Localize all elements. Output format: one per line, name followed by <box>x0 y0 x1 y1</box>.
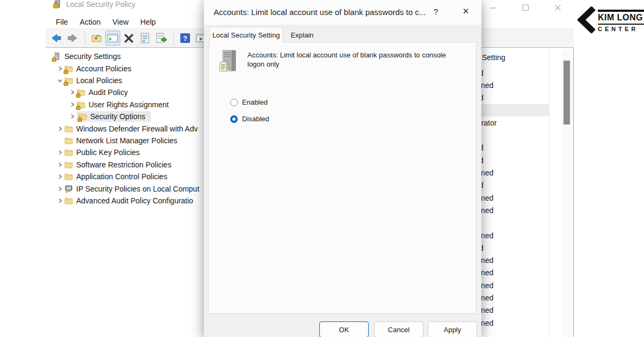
result-row[interactable]: trator <box>475 116 574 129</box>
menu-action[interactable]: Action <box>74 17 107 27</box>
ok-button[interactable]: OK <box>319 321 369 337</box>
window-right-border <box>573 48 574 337</box>
tree-item-label: Application Control Policies <box>76 172 167 181</box>
chevron-right-icon[interactable] <box>55 197 64 204</box>
option-row-disabled[interactable]: Disabled <box>230 115 269 123</box>
tree-item-account-policies[interactable]: Account Policies <box>46 62 204 74</box>
result-row[interactable]: d <box>475 241 574 254</box>
forward-icon[interactable] <box>65 31 80 46</box>
show-hide-console-tree-icon[interactable] <box>105 31 120 46</box>
result-row[interactable] <box>475 217 574 229</box>
tree-item-label: Network List Manager Policies <box>76 136 177 145</box>
tab-local-security-setting[interactable]: Local Security Setting <box>209 27 283 42</box>
tree-item-public-key-policies[interactable]: Public Key Policies <box>46 146 204 158</box>
tab-explain[interactable]: Explain <box>286 28 319 42</box>
dialog-close-button[interactable]: ✕ <box>458 6 473 19</box>
properties-icon[interactable] <box>137 31 152 46</box>
result-row[interactable]: d <box>475 142 574 154</box>
result-row[interactable]: ined <box>475 166 574 179</box>
radio-label: Disabled <box>242 115 269 123</box>
export-list-icon[interactable] <box>153 31 169 46</box>
result-row[interactable]: ined <box>475 279 574 291</box>
result-row[interactable]: ined <box>475 229 574 241</box>
tree-item-software-restriction-policies[interactable]: Software Restriction Policies <box>46 159 204 171</box>
result-row[interactable]: d <box>475 179 574 192</box>
chevron-right-icon[interactable] <box>55 149 64 156</box>
logo-chevron-icon <box>577 6 596 35</box>
tree-item-advanced-audit-policy-configuratio[interactable]: Advanced Audit Policy Configuratio <box>46 195 204 207</box>
result-setting-text: trator <box>479 119 497 127</box>
tree-item-windows-defender-firewall-with-adv[interactable]: Windows Defender Firewall with Adv <box>46 122 204 134</box>
back-icon[interactable] <box>49 31 64 46</box>
results-list: dineddtratorddineddinedinedineddinedined… <box>475 67 574 329</box>
chevron-right-icon[interactable] <box>55 185 64 193</box>
dialog-title: Accounts: Limit local account use of bla… <box>214 8 426 17</box>
up-one-level-icon[interactable] <box>89 31 104 46</box>
apply-button[interactable]: Apply <box>428 321 477 337</box>
menu-help[interactable]: Help <box>135 17 162 27</box>
result-row[interactable]: ined <box>475 254 574 266</box>
svg-text:?: ? <box>183 34 187 42</box>
tree-item-application-control-policies[interactable]: Application Control Policies <box>46 171 204 182</box>
tree-item-label: Windows Defender Firewall with Adv <box>76 124 197 133</box>
menu-file[interactable]: File <box>50 17 74 27</box>
result-row[interactable]: ined <box>475 79 574 91</box>
tree-item-security-options[interactable]: Security Options <box>46 111 204 122</box>
menu-view[interactable]: View <box>106 17 134 27</box>
result-row[interactable] <box>475 129 574 141</box>
result-row[interactable]: d <box>475 67 574 79</box>
tree-item-label: Advanced Audit Policy Configuratio <box>76 196 193 205</box>
scrollbar-thumb[interactable] <box>564 61 570 124</box>
folder-icon <box>64 160 73 169</box>
server-lock-icon <box>53 52 61 61</box>
tree-item-ip-security-policies-on-local-comput[interactable]: IP Security Policies on Local Comput <box>46 182 204 194</box>
maximize-button[interactable] <box>518 2 533 13</box>
tree-item-label: IP Security Policies on Local Comput <box>76 185 199 193</box>
policy-properties-dialog: Accounts: Limit local account use of bla… <box>204 0 481 337</box>
minimize-button[interactable] <box>486 2 501 13</box>
chevron-right-icon[interactable] <box>55 161 64 169</box>
delete-icon[interactable] <box>121 31 136 46</box>
radio-disabled[interactable] <box>230 115 238 123</box>
result-row-selected[interactable] <box>475 104 549 116</box>
tree-item-label: Account Policies <box>76 64 131 73</box>
result-row[interactable]: ined <box>475 267 574 279</box>
chevron-spacer <box>55 137 64 144</box>
result-row[interactable]: ined <box>475 317 574 329</box>
folder-lock-icon <box>64 76 73 85</box>
tree-item-label: Security Settings <box>64 52 121 61</box>
result-row[interactable]: d <box>475 154 574 166</box>
folder-icon <box>64 124 73 133</box>
result-row[interactable]: ined <box>475 304 574 317</box>
help-icon[interactable]: ? <box>178 31 193 46</box>
logo-subtitle: CENTER <box>598 26 644 32</box>
result-row[interactable]: ined <box>475 204 574 216</box>
tree-item-label: Audit Policy <box>89 88 128 97</box>
result-row[interactable]: ined <box>475 291 574 304</box>
tree-item-local-policies[interactable]: Local Policies <box>46 75 204 86</box>
folder-lock-icon <box>78 112 87 121</box>
chevron-right-icon[interactable] <box>55 125 64 133</box>
dialog-help-button[interactable]: ? <box>429 7 442 19</box>
option-row-enabled[interactable]: Enabled <box>230 98 268 106</box>
policy-name: Accounts: Limit local account use of bla… <box>247 50 462 69</box>
close-button[interactable] <box>550 2 565 13</box>
tree-item-audit-policy[interactable]: Audit Policy <box>46 86 204 98</box>
tree-item-user-rights-assignment[interactable]: User Rights Assignment <box>46 99 204 111</box>
chevron-right-icon[interactable] <box>68 113 77 120</box>
chevron-right-icon[interactable] <box>55 173 64 180</box>
tree-item-label: Software Restriction Policies <box>76 160 171 169</box>
folder-icon <box>64 196 73 205</box>
cancel-button[interactable]: Cancel <box>374 321 423 337</box>
result-row[interactable]: ined <box>475 192 574 204</box>
result-row[interactable]: d <box>475 92 574 104</box>
tree-selection-highlight: Security Options <box>77 111 151 122</box>
folder-icon <box>64 148 73 157</box>
column-header-setting[interactable]: Setting <box>482 53 506 62</box>
radio-enabled[interactable] <box>230 99 238 106</box>
tree-item-security-settings[interactable]: Security Settings <box>46 50 204 62</box>
tree-item-network-list-manager-policies[interactable]: Network List Manager Policies <box>46 135 204 146</box>
desktop: Local Security Policy FileActionViewHelp… <box>0 0 644 337</box>
policy-server-icon <box>218 49 240 76</box>
column-grid-line <box>549 49 550 337</box>
